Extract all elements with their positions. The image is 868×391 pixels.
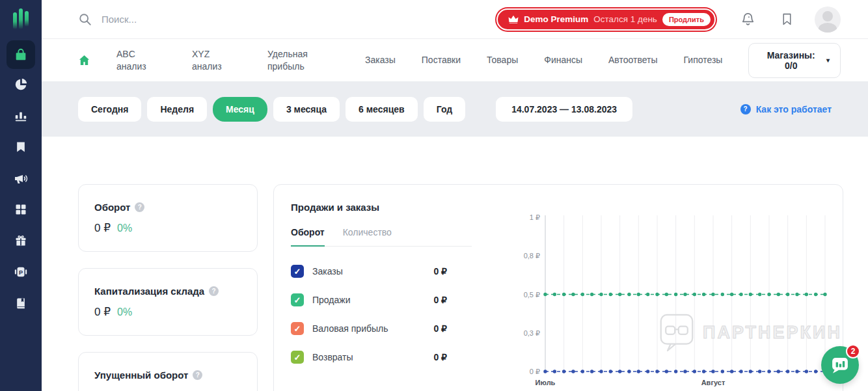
card-turnover-value: 0 ₽ [94,221,111,235]
nav-item-xyz-analysis[interactable]: XYZ анализ [192,48,241,73]
nav-item-products[interactable]: Товары [487,54,518,66]
card-turnover: Оборот ? 0 ₽ 0% [78,184,258,252]
sales-chart: 1 ₽0,8 ₽0,5 ₽0,3 ₽0 ₽ИюльАвгуст [515,212,841,389]
search-box[interactable] [78,12,496,27]
checkbox-orders[interactable]: ✓ [291,265,304,278]
gift-icon [14,234,27,247]
filter-bar: Сегодня Неделя Месяц 3 месяца 6 месяцев … [42,81,868,137]
chat-badge: 2 [846,344,860,358]
legend-gross-profit-value: 0 ₽ [433,323,447,334]
nav-item-unit-profit[interactable]: Удельная прибыль [267,48,317,73]
card-lost-title: Упущенный оборот [94,370,188,381]
sidebar-item-stats[interactable] [7,100,35,131]
avatar-head [822,11,833,21]
card-stock-title: Капитализация склада [94,286,204,297]
legend-sales-value: 0 ₽ [433,295,447,305]
nav-item-hypotheses[interactable]: Гипотезы [684,54,723,66]
checkbox-returns[interactable]: ✓ [291,351,304,364]
legend-orders-label: Заказы [312,266,425,276]
avatar[interactable] [815,7,841,33]
card-turnover-title: Оборот [94,202,130,213]
megaphone-icon [13,170,29,186]
card-turnover-percent: 0% [117,222,132,234]
premium-title: Demo Premium [524,14,588,24]
crown-icon [508,15,519,23]
legend-row-orders: ✓ Заказы 0 ₽ [291,257,447,286]
info-icon[interactable]: ? [193,370,202,380]
top-bar: Demo Premium Остался 1 день Продлить [42,0,868,39]
notifications-button[interactable] [740,12,755,27]
checkbox-sales[interactable]: ✓ [291,293,304,306]
legend-returns-label: Возвраты [312,352,425,362]
avatar-body [819,23,837,33]
search-icon [78,12,92,27]
checkbox-gross-profit[interactable]: ✓ [291,322,304,335]
filter-month[interactable]: Месяц [213,97,267,122]
home-button[interactable] [78,54,90,66]
sidebar-item-knowledge[interactable] [7,288,35,319]
how-it-works-link[interactable]: ? Как это работает [740,104,832,115]
favorites-button[interactable] [780,12,794,26]
info-icon[interactable]: ? [209,286,219,296]
sidebar-item-analytics[interactable] [7,69,35,100]
svg-text:1 ₽: 1 ₽ [530,213,540,221]
filter-week[interactable]: Неделя [147,97,207,122]
sidebar-item-gifts[interactable] [7,225,35,256]
card-stock-value: 0 ₽ [94,305,111,319]
nav-item-finances[interactable]: Финансы [544,54,582,66]
filter-year[interactable]: Год [424,97,466,122]
legend-orders-value: 0 ₽ [433,266,447,276]
legend-gross-profit-label: Валовая прибыль [312,323,425,334]
svg-text:0,3 ₽: 0,3 ₽ [524,329,540,337]
content-area: Оборот ? 0 ₽ 0% Капитализация склада ? 0… [42,137,868,391]
shop-bag-icon [14,47,28,62]
premium-banner[interactable]: Demo Premium Остался 1 день Продлить [496,8,716,31]
sidebar-item-bookmarks[interactable] [7,131,35,163]
chat-button[interactable]: 2 [821,346,859,384]
p-square-icon: P [14,265,28,279]
pie-chart-icon [14,77,28,92]
legend-sales-label: Продажи [312,295,425,305]
premium-extend-button[interactable]: Продлить [662,13,711,26]
chevron-down-icon: ▾ [826,57,830,64]
help-icon: ? [740,104,751,115]
sidebar: P [0,0,42,391]
nav-item-abc-analysis[interactable]: ABC анализ [116,48,166,73]
filter-3-months[interactable]: 3 месяца [273,97,340,122]
premium-remaining: Остался 1 день [593,14,657,24]
how-it-works-label: Как это работает [756,104,832,115]
legend-row-sales: ✓ Продажи 0 ₽ [291,286,447,314]
svg-text:P: P [19,269,23,276]
nav-item-supplies[interactable]: Поставки [422,54,461,66]
sidebar-item-partner[interactable]: P [7,256,35,288]
bell-icon [740,12,755,27]
panel-title: Продажи и заказы [291,202,826,213]
sidebar-item-apps[interactable] [7,194,35,225]
svg-text:0 ₽: 0 ₽ [530,368,540,375]
svg-text:Июль: Июль [536,379,556,386]
date-range-picker[interactable]: 14.07.2023 — 13.08.2023 [496,97,632,122]
card-stock-percent: 0% [117,306,132,318]
card-lost-turnover: Упущенный оборот ? [78,352,258,391]
dashboard-app: P Demo Premi [0,0,868,391]
nav-item-orders[interactable]: Заказы [365,54,396,66]
home-icon [78,54,90,66]
sidebar-item-shop[interactable] [7,40,35,69]
sidebar-item-promotion[interactable] [7,163,35,194]
info-icon[interactable]: ? [135,202,144,212]
nav-bar: ABC анализ XYZ анализ Удельная прибыль З… [42,39,868,81]
shops-label: Магазины: 0/0 [759,50,822,71]
app-logo-icon[interactable] [10,7,31,33]
chat-bars-icon [829,354,851,376]
main-area: Demo Premium Остался 1 день Продлить [42,0,868,391]
bookmark-outline-icon [780,12,794,26]
tab-quantity[interactable]: Количество [343,227,392,246]
filter-today[interactable]: Сегодня [78,97,141,122]
shops-dropdown[interactable]: Магазины: 0/0 ▾ [748,43,841,78]
nav-item-autoreplies[interactable]: Автоответы [608,54,657,66]
search-input[interactable] [102,14,297,25]
grid-apps-icon [14,203,27,216]
tab-turnover[interactable]: Оборот [291,227,325,247]
card-stock-capitalization: Капитализация склада ? 0 ₽ 0% [78,268,258,336]
filter-6-months[interactable]: 6 месяцев [346,97,418,122]
